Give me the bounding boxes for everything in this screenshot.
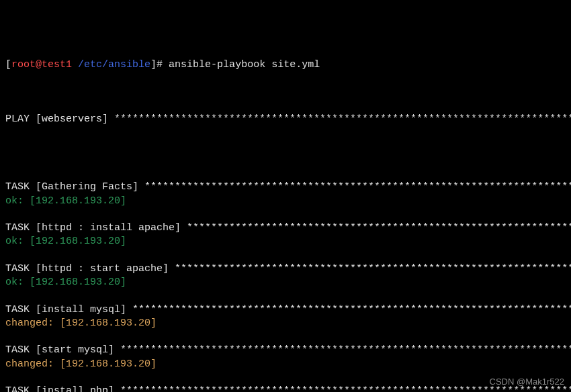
blank-line <box>5 289 566 303</box>
blank-line <box>5 371 566 385</box>
task-status: ok: [192.168.193.20] <box>5 276 566 289</box>
play-header: PLAY [webservers] **********************… <box>5 113 566 126</box>
task-status: ok: [192.168.193.20] <box>5 235 566 248</box>
task-header: TASK [start mysql] *********************… <box>5 344 566 357</box>
blank-line <box>5 249 566 262</box>
prompt-line: [root@test1 /etc/ansible]# ansible-playb… <box>5 58 566 72</box>
task-status: changed: [192.168.193.20] <box>5 317 566 330</box>
task-status: ok: [192.168.193.20] <box>5 195 566 208</box>
task-header: TASK [Gathering Facts] *****************… <box>5 181 566 194</box>
command-text: ansible-playbook site.yml <box>169 59 320 70</box>
blank-line <box>5 330 566 344</box>
blank-line <box>5 86 566 99</box>
task-header: TASK [install mysql] *******************… <box>5 303 566 317</box>
blank-line <box>5 208 566 222</box>
task-header: TASK [httpd : start apache] ************… <box>5 262 566 276</box>
blank-line <box>5 140 566 154</box>
watermark: CSDN @Mak1r522 <box>490 376 564 388</box>
task-status: changed: [192.168.193.20] <box>5 358 566 371</box>
task-header: TASK [httpd : install apache] **********… <box>5 222 566 235</box>
task-header: TASK [install php] *********************… <box>5 385 566 392</box>
